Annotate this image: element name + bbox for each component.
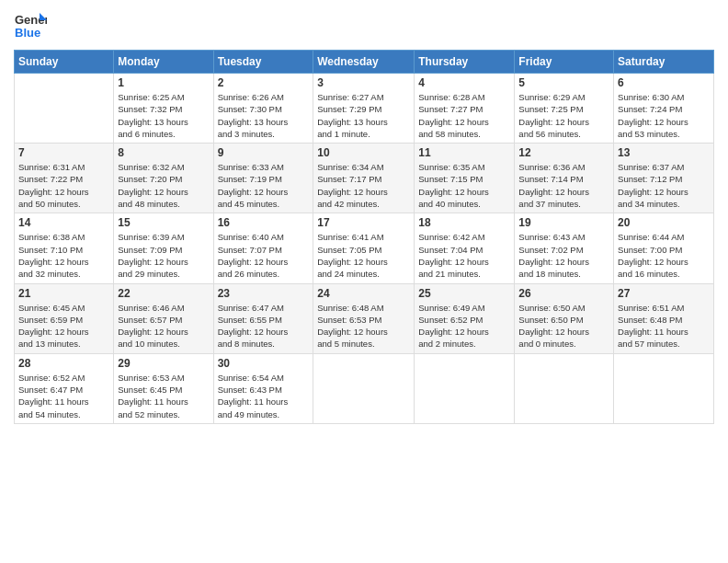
day-info: Sunrise: 6:43 AM Sunset: 7:02 PM Dayligh… <box>518 231 609 280</box>
page: General Blue SundayMondayTuesdayWednesda… <box>0 0 728 563</box>
calendar-cell: 26Sunrise: 6:50 AM Sunset: 6:50 PM Dayli… <box>515 283 614 353</box>
header: General Blue <box>14 9 714 42</box>
svg-text:Blue: Blue <box>15 26 40 40</box>
day-number: 28 <box>18 357 109 370</box>
day-info: Sunrise: 6:40 AM Sunset: 7:07 PM Dayligh… <box>218 231 310 280</box>
calendar-cell: 27Sunrise: 6:51 AM Sunset: 6:48 PM Dayli… <box>614 283 714 353</box>
day-info: Sunrise: 6:53 AM Sunset: 6:45 PM Dayligh… <box>118 372 209 420</box>
calendar-cell: 5Sunrise: 6:29 AM Sunset: 7:25 PM Daylig… <box>515 74 614 144</box>
calendar-table: SundayMondayTuesdayWednesdayThursdayFrid… <box>14 50 714 424</box>
day-number: 20 <box>618 216 710 229</box>
calendar-cell: 25Sunrise: 6:49 AM Sunset: 6:52 PM Dayli… <box>415 283 515 353</box>
day-info: Sunrise: 6:46 AM Sunset: 6:57 PM Dayligh… <box>118 302 209 350</box>
day-info: Sunrise: 6:37 AM Sunset: 7:12 PM Dayligh… <box>618 161 710 210</box>
day-number: 10 <box>317 146 410 159</box>
day-number: 19 <box>518 216 609 229</box>
calendar-cell <box>515 353 614 423</box>
day-info: Sunrise: 6:25 AM Sunset: 7:32 PM Dayligh… <box>118 91 209 140</box>
day-number: 9 <box>218 146 310 159</box>
calendar-cell: 2Sunrise: 6:26 AM Sunset: 7:30 PM Daylig… <box>213 74 313 144</box>
calendar-cell: 10Sunrise: 6:34 AM Sunset: 7:17 PM Dayli… <box>313 144 415 213</box>
calendar-cell: 7Sunrise: 6:31 AM Sunset: 7:22 PM Daylig… <box>15 144 114 213</box>
day-number: 15 <box>118 216 209 229</box>
calendar-week-3: 14Sunrise: 6:38 AM Sunset: 7:10 PM Dayli… <box>15 213 714 283</box>
calendar-cell: 23Sunrise: 6:47 AM Sunset: 6:55 PM Dayli… <box>213 283 313 353</box>
calendar-cell: 16Sunrise: 6:40 AM Sunset: 7:07 PM Dayli… <box>213 213 313 283</box>
calendar-cell: 3Sunrise: 6:27 AM Sunset: 7:29 PM Daylig… <box>313 74 415 144</box>
day-number: 13 <box>618 146 710 159</box>
day-number: 7 <box>18 146 109 159</box>
day-number: 1 <box>118 76 209 89</box>
day-info: Sunrise: 6:38 AM Sunset: 7:10 PM Dayligh… <box>18 231 109 280</box>
day-number: 2 <box>218 76 310 89</box>
calendar-cell: 29Sunrise: 6:53 AM Sunset: 6:45 PM Dayli… <box>114 353 213 423</box>
logo: General Blue <box>14 9 47 42</box>
day-number: 29 <box>118 357 209 370</box>
calendar-cell: 18Sunrise: 6:42 AM Sunset: 7:04 PM Dayli… <box>415 213 515 283</box>
day-number: 12 <box>518 146 609 159</box>
column-header-wednesday: Wednesday <box>313 51 415 74</box>
day-info: Sunrise: 6:41 AM Sunset: 7:05 PM Dayligh… <box>317 231 410 280</box>
day-number: 5 <box>518 76 609 89</box>
day-info: Sunrise: 6:27 AM Sunset: 7:29 PM Dayligh… <box>317 91 410 140</box>
day-number: 25 <box>418 287 510 300</box>
day-info: Sunrise: 6:42 AM Sunset: 7:04 PM Dayligh… <box>418 231 510 280</box>
calendar-week-5: 28Sunrise: 6:52 AM Sunset: 6:47 PM Dayli… <box>15 353 714 423</box>
calendar-cell: 12Sunrise: 6:36 AM Sunset: 7:14 PM Dayli… <box>515 144 614 213</box>
day-info: Sunrise: 6:36 AM Sunset: 7:14 PM Dayligh… <box>518 161 609 210</box>
day-info: Sunrise: 6:54 AM Sunset: 6:43 PM Dayligh… <box>218 372 310 420</box>
calendar-week-1: 1Sunrise: 6:25 AM Sunset: 7:32 PM Daylig… <box>15 74 714 144</box>
calendar-cell: 28Sunrise: 6:52 AM Sunset: 6:47 PM Dayli… <box>15 353 114 423</box>
day-number: 21 <box>18 287 109 300</box>
calendar-cell <box>15 74 114 144</box>
calendar-cell: 14Sunrise: 6:38 AM Sunset: 7:10 PM Dayli… <box>15 213 114 283</box>
calendar-header-row: SundayMondayTuesdayWednesdayThursdayFrid… <box>15 51 714 74</box>
day-info: Sunrise: 6:32 AM Sunset: 7:20 PM Dayligh… <box>118 161 209 210</box>
day-info: Sunrise: 6:47 AM Sunset: 6:55 PM Dayligh… <box>218 302 310 350</box>
day-info: Sunrise: 6:34 AM Sunset: 7:17 PM Dayligh… <box>317 161 410 210</box>
day-info: Sunrise: 6:28 AM Sunset: 7:27 PM Dayligh… <box>418 91 510 140</box>
day-info: Sunrise: 6:44 AM Sunset: 7:00 PM Dayligh… <box>618 231 710 280</box>
day-number: 11 <box>418 146 510 159</box>
day-info: Sunrise: 6:50 AM Sunset: 6:50 PM Dayligh… <box>518 302 609 350</box>
day-info: Sunrise: 6:39 AM Sunset: 7:09 PM Dayligh… <box>118 231 209 280</box>
calendar-cell: 13Sunrise: 6:37 AM Sunset: 7:12 PM Dayli… <box>614 144 714 213</box>
calendar-cell: 6Sunrise: 6:30 AM Sunset: 7:24 PM Daylig… <box>614 74 714 144</box>
day-number: 22 <box>118 287 209 300</box>
day-number: 8 <box>118 146 209 159</box>
column-header-friday: Friday <box>515 51 614 74</box>
day-number: 24 <box>317 287 410 300</box>
day-info: Sunrise: 6:29 AM Sunset: 7:25 PM Dayligh… <box>518 91 609 140</box>
calendar-cell: 19Sunrise: 6:43 AM Sunset: 7:02 PM Dayli… <box>515 213 614 283</box>
day-info: Sunrise: 6:52 AM Sunset: 6:47 PM Dayligh… <box>18 372 109 420</box>
calendar-cell <box>614 353 714 423</box>
calendar-cell <box>415 353 515 423</box>
column-header-sunday: Sunday <box>15 51 114 74</box>
calendar-week-2: 7Sunrise: 6:31 AM Sunset: 7:22 PM Daylig… <box>15 144 714 213</box>
day-number: 14 <box>18 216 109 229</box>
calendar-cell: 21Sunrise: 6:45 AM Sunset: 6:59 PM Dayli… <box>15 283 114 353</box>
day-number: 6 <box>618 76 710 89</box>
calendar-cell: 1Sunrise: 6:25 AM Sunset: 7:32 PM Daylig… <box>114 74 213 144</box>
day-number: 4 <box>418 76 510 89</box>
calendar-cell: 8Sunrise: 6:32 AM Sunset: 7:20 PM Daylig… <box>114 144 213 213</box>
day-info: Sunrise: 6:48 AM Sunset: 6:53 PM Dayligh… <box>317 302 410 350</box>
day-number: 30 <box>218 357 310 370</box>
column-header-thursday: Thursday <box>415 51 515 74</box>
calendar-week-4: 21Sunrise: 6:45 AM Sunset: 6:59 PM Dayli… <box>15 283 714 353</box>
calendar-cell: 11Sunrise: 6:35 AM Sunset: 7:15 PM Dayli… <box>415 144 515 213</box>
column-header-monday: Monday <box>114 51 213 74</box>
day-number: 27 <box>618 287 710 300</box>
day-number: 3 <box>317 76 410 89</box>
calendar-cell: 24Sunrise: 6:48 AM Sunset: 6:53 PM Dayli… <box>313 283 415 353</box>
calendar-cell: 9Sunrise: 6:33 AM Sunset: 7:19 PM Daylig… <box>213 144 313 213</box>
calendar-cell <box>313 353 415 423</box>
day-info: Sunrise: 6:35 AM Sunset: 7:15 PM Dayligh… <box>418 161 510 210</box>
logo-svg: General Blue <box>14 9 47 42</box>
day-number: 17 <box>317 216 410 229</box>
calendar-cell: 30Sunrise: 6:54 AM Sunset: 6:43 PM Dayli… <box>213 353 313 423</box>
calendar-cell: 17Sunrise: 6:41 AM Sunset: 7:05 PM Dayli… <box>313 213 415 283</box>
calendar-cell: 4Sunrise: 6:28 AM Sunset: 7:27 PM Daylig… <box>415 74 515 144</box>
day-info: Sunrise: 6:31 AM Sunset: 7:22 PM Dayligh… <box>18 161 109 210</box>
column-header-saturday: Saturday <box>614 51 714 74</box>
